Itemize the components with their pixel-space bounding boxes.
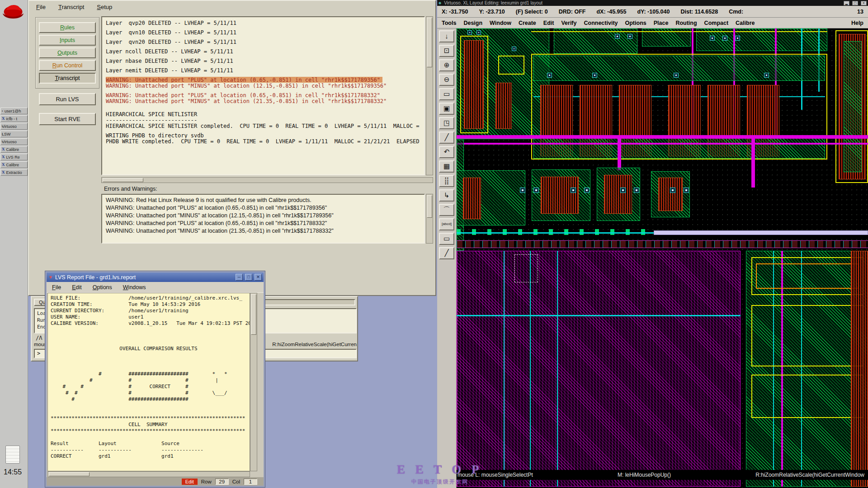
error-line: WARNING: Unattached port "MINUS" at loca…: [106, 227, 420, 235]
ciw-glyph: /Λ: [36, 335, 42, 341]
virtuoso-titlebar[interactable]: ◆ Virtuoso. XL Layout Editing: leexumin …: [437, 0, 868, 6]
menu-calibre[interactable]: Calibre: [736, 20, 755, 26]
menu-tools[interactable]: Tools: [442, 20, 456, 26]
maximize-button[interactable]: ▢: [852, 1, 858, 5]
menu-create[interactable]: Create: [519, 20, 536, 26]
start-rve-button[interactable]: Start RVE: [39, 113, 96, 125]
wire-icon[interactable]: ↳: [439, 189, 454, 202]
zoom-in-icon[interactable]: ⊕: [439, 59, 454, 71]
taskbar-item[interactable]: ▪Virtuoso: [0, 138, 28, 145]
menu-compact[interactable]: Compact: [704, 20, 728, 26]
redhat-logo[interactable]: [1, 1, 26, 24]
nav-outputs[interactable]: Outputs: [39, 47, 96, 58]
menu-file[interactable]: File: [36, 4, 46, 10]
menu-edit[interactable]: Edit: [72, 284, 82, 291]
taskbar-item[interactable]: XCalibre: [0, 161, 28, 168]
transcript-vscrollbar[interactable]: [426, 16, 433, 175]
transcript-hscrollbar[interactable]: [101, 177, 433, 183]
error-line: WARNING: Unattached port "PLUS" at locat…: [106, 204, 420, 212]
menu-place[interactable]: Place: [654, 20, 669, 26]
transcript-line: Layer nemit DELETED -- LVHEAP = 5/11/11: [106, 67, 420, 73]
rectangle-icon[interactable]: ▭: [439, 233, 454, 245]
error-line: WARNING: Unattached port "PLUS" at locat…: [106, 220, 420, 227]
menu-setup[interactable]: Setup: [97, 4, 112, 10]
transcript-line: Layer ncoll DELETED -- LVHEAP = 5/11/11: [106, 48, 420, 54]
arc-icon[interactable]: ⌒: [439, 204, 454, 216]
window-menu-icon[interactable]: ◆: [439, 1, 441, 5]
errors-text[interactable]: WARNING: Red Hat Linux Release 9 is not …: [101, 194, 425, 244]
menu-design[interactable]: Design: [463, 20, 482, 26]
menu-transcript[interactable]: Transcript: [58, 4, 84, 10]
layout-shape: [457, 251, 741, 487]
menu-window[interactable]: Window: [490, 20, 511, 26]
watermark-title: E E T O P: [397, 463, 483, 477]
undo-icon[interactable]: ↶: [439, 146, 454, 158]
nav-run-control[interactable]: Run Control: [39, 60, 96, 71]
errors-vscrollbar[interactable]: [426, 194, 433, 244]
scroll-thumb[interactable]: [49, 472, 90, 476]
close-button[interactable]: ✕: [255, 274, 262, 281]
menu-help[interactable]: Help: [851, 20, 863, 26]
mouse-middle-binding: M: leHiMousePopUp(): [618, 472, 671, 478]
taskbar-item[interactable]: ▪Virtuoso: [0, 123, 28, 130]
fit-view-icon[interactable]: ↓: [439, 30, 454, 42]
virtuoso-statusline: X: -31.750Y: -23.710(F) Select: 0DRD: OF…: [437, 6, 868, 18]
menu-verify[interactable]: Verify: [561, 20, 576, 26]
menu-file[interactable]: File: [52, 284, 61, 291]
contact-icon[interactable]: ▦: [439, 160, 454, 173]
layout-shape: [670, 188, 675, 193]
menu-windows[interactable]: Windows: [123, 284, 146, 291]
lvs-titlebar[interactable]: ▼ LVS Report File - grd1.lvs.report ─ □ …: [47, 272, 264, 282]
notes-icon[interactable]: [5, 446, 20, 464]
taskbar-item[interactable]: ▪user1@h: [0, 108, 28, 114]
ruler-icon[interactable]: ╱: [439, 247, 454, 259]
taskbar-item[interactable]: Xicfb - t: [0, 115, 28, 122]
maximize-button[interactable]: □: [245, 274, 252, 281]
taskbar-item[interactable]: XLVS Re: [0, 154, 28, 160]
label-icon[interactable]: [abcd]: [439, 218, 454, 230]
zoom-area-icon[interactable]: ⊡: [439, 45, 454, 57]
run-lvs-button[interactable]: Run LVS: [39, 93, 96, 105]
nav-transcript[interactable]: Transcript: [39, 73, 96, 84]
menu-edit[interactable]: Edit: [543, 20, 554, 26]
scroll-thumb[interactable]: [427, 18, 432, 67]
layout-shape: [592, 73, 597, 78]
lvs-statusbar: Edit Row 29 Col 1: [47, 477, 264, 486]
minimize-button[interactable]: ─: [236, 274, 243, 281]
taskbar-item[interactable]: XCalibre: [0, 146, 28, 153]
menu-options[interactable]: Options: [93, 284, 112, 291]
nav-inputs[interactable]: Inputs: [39, 35, 96, 46]
window-menu-icon[interactable]: ▼: [48, 275, 53, 280]
minimize-button[interactable]: ▂: [844, 1, 849, 5]
layout-shape: [851, 251, 868, 487]
transcript-line: [106, 104, 420, 108]
mouse-right-binding: R:hiZoomRelativeScale(hiGetCurren: [272, 342, 357, 347]
stretch-icon[interactable]: ◳: [439, 117, 454, 129]
scroll-thumb[interactable]: [251, 294, 256, 335]
select-icon[interactable]: ▭: [439, 88, 454, 100]
copy-icon[interactable]: ▣: [439, 103, 454, 115]
close-button[interactable]: ✕: [861, 1, 867, 5]
calibre-menubar: FileTranscriptSetup: [29, 1, 435, 13]
calibre-nav: RulesInputsOutputsRun ControlTranscript: [35, 17, 99, 89]
lvs-vscrollbar[interactable]: [250, 293, 257, 471]
zoom-out-icon[interactable]: ⊖: [439, 74, 454, 86]
nav-rules[interactable]: Rules: [39, 22, 96, 33]
menu-options[interactable]: Options: [625, 20, 646, 26]
transcript-text[interactable]: Layer _qvp20 DELETED -- LVHEAP = 5/11/11…: [101, 16, 425, 175]
scroll-thumb[interactable]: [427, 195, 432, 218]
layout-shape: [844, 41, 862, 172]
menu-connectivity[interactable]: Connectivity: [584, 20, 618, 26]
menu-routing[interactable]: Routing: [675, 20, 697, 26]
layout-canvas[interactable]: mouse L: mouseSingleSelectPt M: leHiMous…: [457, 28, 868, 488]
taskbar-item[interactable]: ▪LSW: [0, 131, 28, 137]
edit-mode-badge[interactable]: Edit: [182, 479, 198, 485]
path-icon[interactable]: ╱: [439, 131, 454, 144]
scroll-thumb[interactable]: [103, 178, 143, 182]
lvs-report-text[interactable]: RULE FILE: /home/user1/training/_calibre…: [47, 293, 250, 471]
transcript-line: ----------------------------: [106, 117, 420, 123]
pin-icon[interactable]: ⣿: [439, 175, 454, 187]
lvs-hscrollbar[interactable]: [47, 471, 250, 477]
taskbar-item[interactable]: XExtractio: [0, 169, 28, 176]
lvs-menubar: FileEditOptionsWindows: [47, 282, 264, 293]
